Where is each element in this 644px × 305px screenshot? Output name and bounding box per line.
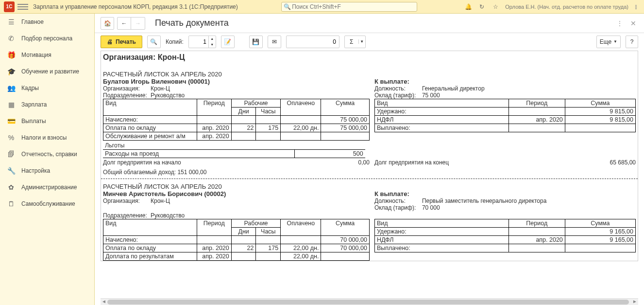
nav-item-8[interactable]: 🗐Отчетность, справки [0, 146, 94, 162]
app-topbar: 1C Зарплата и управление персоналом КОРП… [0, 0, 644, 14]
nav-label: Мотивация [21, 52, 51, 58]
nav-item-5[interactable]: ▦Зарплата [0, 96, 94, 113]
spin-up[interactable]: ▲ [209, 36, 216, 42]
nav-icon: 🗐 [7, 150, 16, 158]
table-row: НДФЛапр. 20209 165,00 [374, 236, 635, 244]
table-row: Доплата по результатамапр. 202022,00 дн. [103, 252, 370, 261]
nav-icon: 👥 [7, 84, 16, 92]
nav-item-10[interactable]: ✿Администрирование [0, 179, 94, 196]
copies-input[interactable] [189, 38, 208, 45]
copies-label: Копий: [166, 38, 184, 45]
sum-button[interactable]: Σ▼ [344, 36, 366, 48]
copies-spinbox[interactable]: ▲▼ [188, 36, 216, 48]
nav-icon: ▦ [7, 101, 16, 108]
save-button[interactable]: 💾 [249, 36, 263, 48]
separator [101, 179, 638, 179]
spin-down[interactable]: ▼ [209, 42, 216, 48]
user-info[interactable]: Орлова Е.Н. (Нач. отд. расчетов по оплат… [505, 4, 628, 10]
nav-label: Налоги и взносы [21, 134, 67, 141]
email-button[interactable]: ✉ [268, 36, 281, 48]
withhold-table-2: ВидПериодСумма Удержано:9 165,00 НДФЛапр… [374, 219, 636, 252]
employee-name-2: Минчев Аристотель Борисович (00002) [103, 190, 370, 197]
settings-bars-icon[interactable]: ⫿ [632, 3, 640, 11]
nav-icon: % [7, 134, 16, 142]
nav-arrows: ← → [117, 17, 145, 30]
accruals-table-2: ВидПериодРабочиеОплаченоСумма ДниЧасы На… [103, 219, 370, 261]
payout-label-1: К выплате: [374, 78, 636, 85]
sidebar: ☰Главное✆Подбор персонала🎁Мотивация🎓Обуч… [0, 14, 95, 305]
logo-1c: 1C [4, 1, 15, 12]
forward-button[interactable]: → [131, 18, 145, 29]
document-area[interactable]: Организация: Крон-Ц РАСЧЕТНЫЙ ЛИСТОК ЗА … [95, 51, 644, 296]
close-button[interactable]: ✕ [628, 18, 638, 29]
toolbar: 🖨 Печать 🔍 Копий: ▲▼ 📝 💾 ✉ Σ▼ Еще▼ ? [95, 33, 644, 51]
scroll-right-icon[interactable]: ► [631, 299, 638, 304]
table-row: НДФЛапр. 20209 815,00 [374, 116, 635, 124]
nav-item-4[interactable]: 👥Кадры [0, 80, 94, 96]
nav-icon: 🎁 [7, 51, 16, 59]
print-label: Печать [116, 38, 136, 45]
table-row: Оплата по окладуапр. 20202217522,00 дн.7… [103, 124, 370, 132]
horizontal-scrollbar[interactable]: ◄ ► [101, 298, 638, 305]
nav-icon: ✆ [7, 35, 16, 42]
edit-button[interactable]: 📝 [221, 36, 235, 48]
bell-icon[interactable]: 🔔 [464, 3, 472, 11]
more-button[interactable]: Еще▼ [596, 36, 621, 48]
table-row: Оплата по окладуапр. 20202217522,00 дн.7… [103, 244, 370, 252]
preview-button[interactable]: 🔍 [147, 36, 161, 48]
page-title: Печать документа [155, 18, 229, 28]
nav-label: Выплаты [21, 118, 46, 125]
help-button[interactable]: ? [626, 36, 638, 48]
more-label: Еще [600, 38, 611, 45]
nav-item-2[interactable]: 🎁Мотивация [0, 47, 94, 63]
search-icon: 🔍 [284, 3, 291, 11]
nav-icon: ☰ [7, 18, 16, 26]
nav-item-9[interactable]: 🔧Настройка [0, 162, 94, 179]
accruals-table-1: ВидПериодРабочиеОплаченоСумма ДниЧасы На… [103, 99, 370, 141]
main-menu-icon[interactable] [17, 1, 28, 12]
print-button[interactable]: 🖨 Печать [101, 36, 142, 48]
history-icon[interactable]: ↻ [478, 3, 486, 11]
nav-label: Самообслуживание [21, 200, 75, 207]
search-input[interactable] [291, 3, 415, 11]
nav-icon: 💳 [7, 117, 16, 125]
nav-item-3[interactable]: 🎓Обучение и развитие [0, 63, 94, 80]
nav-label: Отчетность, справки [21, 151, 77, 158]
nav-label: Обучение и развитие [21, 68, 79, 75]
nav-label: Кадры [21, 85, 39, 91]
nav-icon: 🗒 [7, 200, 16, 208]
global-search[interactable]: 🔍 [281, 2, 417, 12]
app-title: Зарплата и управление персоналом КОРП, р… [33, 3, 238, 10]
nav-item-11[interactable]: 🗒Самообслуживание [0, 196, 94, 212]
nav-item-0[interactable]: ☰Главное [0, 14, 94, 30]
tax-income-1: Общий облагаемый доход: 151 000,00 [103, 169, 636, 176]
nav-label: Настройка [21, 167, 50, 174]
payout-label-2: К выплате: [374, 190, 636, 197]
table-row: Обслуживание и ремонт а/мапр. 2020 [103, 132, 370, 141]
nav-item-7[interactable]: %Налоги и взносы [0, 129, 94, 146]
kebab-icon[interactable]: ⋮ [617, 20, 623, 27]
benefits-table-1: Льготы Расходы на проезд500 [103, 142, 365, 158]
printer-icon: 🖨 [107, 38, 113, 45]
home-button[interactable]: 🏠 [101, 17, 114, 30]
number-input[interactable] [286, 36, 339, 48]
scroll-left-icon[interactable]: ◄ [101, 299, 107, 304]
nav-label: Зарплата [21, 101, 47, 108]
page-header: 🏠 ← → Печать документа ⋮ ✕ [95, 14, 644, 33]
nav-item-6[interactable]: 💳Выплаты [0, 113, 94, 129]
employee-name-1: Булатов Игорь Виленович (00001) [103, 78, 370, 85]
nav-label: Подбор персонала [21, 35, 72, 42]
star-icon[interactable]: ☆ [491, 3, 499, 11]
scroll-thumb[interactable] [107, 300, 629, 305]
nav-label: Администрирование [21, 184, 77, 191]
payslip-2: РАСЧЕТНЫЙ ЛИСТОК ЗА АПРЕЛЬ 2020 Минчев А… [101, 183, 638, 261]
nav-item-1[interactable]: ✆Подбор персонала [0, 30, 94, 47]
org-header: Организация: Крон-Ц [101, 51, 638, 67]
slip-title-1: РАСЧЕТНЫЙ ЛИСТОК ЗА АПРЕЛЬ 2020 [103, 71, 636, 78]
nav-icon: 🔧 [7, 167, 16, 175]
content-area: 🏠 ← → Печать документа ⋮ ✕ 🖨 Печать 🔍 Ко… [95, 14, 644, 305]
nav-icon: ✿ [7, 183, 16, 191]
nav-icon: 🎓 [7, 68, 16, 75]
back-button[interactable]: ← [118, 18, 131, 29]
payslip-1: РАСЧЕТНЫЙ ЛИСТОК ЗА АПРЕЛЬ 2020 Булатов … [101, 71, 638, 176]
